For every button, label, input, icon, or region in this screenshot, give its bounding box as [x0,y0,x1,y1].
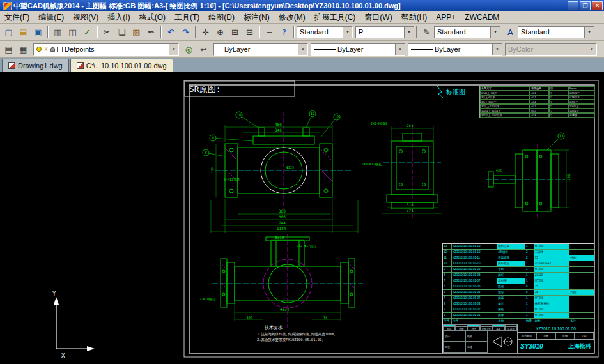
linetype-combo[interactable]: ByLayer ▼ [311,43,405,56]
menu-item[interactable]: 绘图(D) [204,11,239,24]
copy-icon[interactable]: ❏ [114,25,129,39]
tolerance-cell: ▽ [549,91,568,95]
cut-icon[interactable]: ✂ [100,25,114,39]
make-current-icon[interactable]: ◎ [182,42,196,56]
svg-text:8: 8 [205,150,207,155]
preview-icon[interactable]: ◫ [65,25,80,39]
minimize-button[interactable]: – [568,1,578,10]
plotstyle-combo: ByColor ▼ [505,43,597,56]
style-combo-2[interactable]: P ▼ [355,26,414,38]
paste-icon[interactable]: ▨ [129,25,144,39]
layer-on-icon [36,47,42,52]
help-icon[interactable]: ? [277,25,291,39]
toolbar-separator [293,26,295,38]
drawing-area[interactable]: SR原图:标准图450340Φ2254-M12贯通165360566744118… [0,72,604,364]
menu-item[interactable]: 修改(M) [274,11,310,24]
chevron-down-icon[interactable]: ▼ [490,27,500,38]
layer-combo[interactable]: ☼ Defpoints ▼ [33,43,179,56]
standard-stamp-icon [437,86,444,98]
document-tab[interactable]: C:\...10.10.100.01.00.dwg [70,59,173,72]
menu-item[interactable]: 格式(O) [135,11,170,24]
drawing-label: 105 [247,315,252,319]
tolerance-cell: ±0.5 [530,109,549,113]
color-combo[interactable]: ByLayer ▼ [213,43,308,56]
tolerance-cell: 6以上 30以下 [480,100,530,104]
drawing-label: 360 [279,209,286,213]
tolerance-cell: 0.85以下 [568,91,595,95]
color-combo-value: ByLayer [224,45,250,53]
parts-row: 2YZ3010.10.100.01-02闸板1HT200 [443,307,594,313]
props-icon[interactable]: ≡ [262,25,277,39]
toolbar-separator [259,26,260,38]
undo-icon[interactable]: ↶ [164,25,178,39]
lineweight-combo-value: ByLayer [435,45,460,53]
open-icon[interactable]: ▤ [16,25,31,39]
drawing-label: X [61,353,65,359]
parts-row: 9YZ3010.10.100.01-09手轮1HT200 [443,267,594,273]
drawing-label: 371 [407,208,414,213]
menu-bar: 文件(F)编辑(E)视图(V)插入(I)格式(O)工具(T)绘图(D)标注(N)… [0,11,604,24]
save-icon[interactable]: ▣ [31,25,45,39]
svg-text:9: 9 [212,135,214,140]
textstyle-icon[interactable]: A [503,25,518,39]
toolbar-group-undo: ↶↷ [164,25,193,39]
toolbar-group-layerbtns: ▤▦ [1,42,31,56]
chevron-down-icon[interactable]: ▼ [169,44,178,55]
text-style-combo[interactable]: Standard ▼ [518,26,594,38]
close-button[interactable]: ✕ [592,1,603,10]
tolerance-cell: 30以上 120以下 [480,104,530,109]
match-icon[interactable]: ✒ [144,25,159,39]
menu-item[interactable]: 插入(I) [103,11,134,24]
dimstyle-icon[interactable]: ✎ [419,25,434,39]
pan-icon[interactable]: ✛ [198,25,213,39]
spell-icon[interactable]: ✓ [80,25,95,39]
tolerance-cell: 315以上 1000以下 [480,113,530,118]
chevron-down-icon[interactable]: ▼ [343,27,352,38]
toolbar-separator [416,26,417,38]
chevron-down-icon[interactable]: ▼ [404,27,414,38]
menu-item[interactable]: ZWCADM [460,12,504,22]
layers-icon[interactable]: ▤ [1,42,16,56]
side-view [488,150,559,211]
tolerance-cell: 100以上 [568,104,595,109]
menu-item[interactable]: 编辑(E) [34,11,68,24]
layer-prev-icon[interactable]: ↩ [196,42,211,56]
drawing-label: 566 [279,215,286,219]
dim-style-combo[interactable]: Standard ▼ [434,26,500,38]
menu-item[interactable]: 文件(F) [0,11,34,24]
chevron-down-icon[interactable]: ▼ [492,44,502,55]
titleblock-cell: 处数 [455,326,467,331]
document-tab[interactable]: Drawing1.dwg [2,59,69,72]
menu-item[interactable]: 帮助(H) [397,11,432,24]
zoom-window-icon[interactable]: ⊞ [228,25,242,39]
zoom-icon[interactable]: ⊕ [213,25,228,39]
layer-states-icon[interactable]: ▦ [16,42,31,56]
tab-label: Drawing1.dwg [18,62,63,70]
toolbar-separator [160,26,162,38]
menu-item[interactable]: 标注(N) [239,11,274,24]
text-style-combo-value: Standard [521,28,550,36]
menu-item[interactable]: 工具(T) [170,11,204,24]
menu-item[interactable]: APP+ [431,12,460,22]
chevron-down-icon[interactable]: ▼ [584,27,594,38]
lineweight-combo[interactable]: ByLayer ▼ [408,43,502,56]
menu-item[interactable]: 窗口(W) [360,11,396,24]
menu-item[interactable]: 扩展工具(C) [310,11,360,24]
company-name: 上海松科 [568,342,591,351]
print-icon[interactable]: ▥ [50,25,65,39]
titleblock-cell: 分区 [468,326,480,331]
drawing-label: 技术要求 [264,325,283,330]
drawing-label: 180 [566,174,571,181]
tab-bar: Drawing1.dwgC:\...10.10.100.01.00.dwg [0,58,604,72]
company-logo: SY3010 [520,343,543,350]
menu-item[interactable]: 视图(V) [68,11,103,24]
new-icon[interactable]: ▢ [1,25,16,39]
zoom-prev-icon[interactable]: ⊟ [242,25,257,39]
redo-icon[interactable]: ↷ [178,25,193,39]
front-view [225,128,332,197]
app-icon [3,2,12,10]
chevron-down-icon[interactable]: ▼ [298,44,307,55]
style-combo-1[interactable]: Standard ▼ [297,26,353,38]
chevron-down-icon[interactable]: ▼ [395,44,405,55]
maximize-button[interactable]: ❐ [580,1,591,10]
